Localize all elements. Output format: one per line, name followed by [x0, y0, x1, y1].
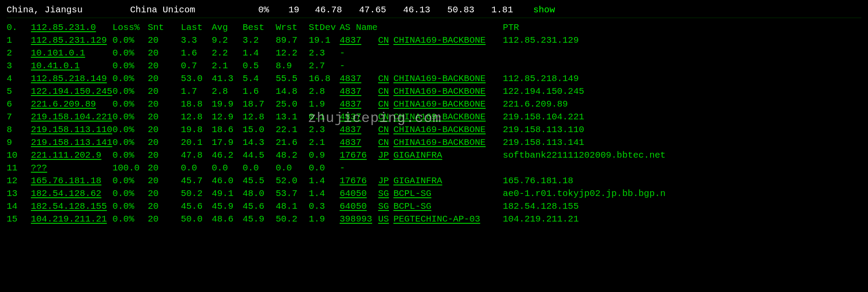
hdr-ip[interactable]: 112.85.231.0 — [31, 21, 112, 34]
hop-cc[interactable]: CN — [378, 74, 389, 84]
hop-asname[interactable]: CHINA169-BACKBONE — [393, 35, 486, 45]
hop-loss: 0.0% — [112, 136, 148, 149]
hop-as[interactable]: 4837 CNCHINA169-BACKBONE — [340, 34, 503, 47]
mtr-hop-row: 310.41.0.10.0%200.72.10.58.92.7- — [7, 59, 868, 72]
hop-ip[interactable]: 219.158.113.110 — [31, 123, 112, 136]
hop-asname[interactable]: GIGAINFRA — [393, 150, 442, 160]
hop-best: 45.9 — [243, 213, 276, 225]
hop-asn[interactable]: 4837 — [340, 34, 373, 47]
hop-stdev: 1.9 — [309, 213, 340, 225]
hop-asn[interactable]: 4837 — [340, 85, 373, 98]
hop-as[interactable]: 4837 CNCHINA169-BACKBONE — [340, 85, 503, 98]
hop-asn[interactable]: 4837 — [340, 136, 373, 149]
hop-asn[interactable]: 4837 — [340, 72, 373, 85]
hop-asname[interactable]: PEGTECHINC-AP-03 — [393, 214, 480, 224]
hop-as[interactable]: 64050 SGBCPL-SG — [340, 200, 503, 213]
hop-asname[interactable]: BCPL-SG — [393, 189, 431, 199]
hop-snt: 20 — [148, 85, 181, 98]
hop-snt: 20 — [148, 149, 181, 162]
hop-as[interactable]: 4837 CNCHINA169-BACKBONE — [340, 136, 503, 149]
hop-best: 12.8 — [243, 111, 276, 123]
hop-asn[interactable]: 4837 — [340, 123, 373, 136]
hop-cc[interactable]: JP — [378, 176, 389, 186]
hop-last: 0.7 — [181, 59, 212, 72]
hop-cc[interactable]: CN — [378, 86, 389, 96]
hop-asname[interactable]: CHINA169-BACKBONE — [393, 99, 486, 109]
hop-stdev: 1.9 — [309, 98, 340, 111]
hop-cc[interactable]: CN — [378, 35, 389, 45]
hop-ip[interactable]: 165.76.181.18 — [31, 174, 112, 187]
hop-as[interactable]: 4837 CNCHINA169-BACKBONE — [340, 111, 503, 123]
hop-ip[interactable]: 10.101.0.1 — [31, 47, 112, 59]
hop-as[interactable]: 17676 JPGIGAINFRA — [340, 149, 503, 162]
hop-asname[interactable]: CHINA169-BACKBONE — [393, 112, 486, 122]
show-link[interactable]: show — [533, 4, 555, 18]
hop-asname[interactable]: CHINA169-BACKBONE — [393, 125, 486, 135]
hop-as[interactable]: 4837 CNCHINA169-BACKBONE — [340, 123, 503, 136]
hop-snt: 20 — [148, 123, 181, 136]
hop-as[interactable]: 398993 USPEGTECHINC-AP-03 — [340, 213, 503, 225]
hop-cc[interactable]: SG — [378, 201, 389, 211]
hop-idx: 6 — [7, 98, 31, 111]
hop-cc[interactable]: SG — [378, 189, 389, 199]
hop-as[interactable]: 64050 SGBCPL-SG — [340, 187, 503, 200]
hop-cc[interactable]: JP — [378, 150, 389, 160]
hop-snt: 20 — [148, 162, 181, 174]
hop-wrst: 25.0 — [276, 98, 309, 111]
hop-ip[interactable]: 219.158.113.141 — [31, 136, 112, 149]
hop-stdev: 2.8 — [309, 85, 340, 98]
hop-asn[interactable]: 398993 — [340, 213, 373, 225]
hop-asname[interactable]: BCPL-SG — [393, 201, 431, 211]
hop-cc[interactable]: CN — [378, 99, 389, 109]
hop-ip[interactable]: ??? — [31, 162, 112, 174]
hop-wrst: 50.2 — [276, 213, 309, 225]
hop-ip[interactable]: 112.85.231.129 — [31, 34, 112, 47]
mtr-hop-row: 11???100.0200.00.00.00.00.0- — [7, 162, 868, 174]
hop-ip[interactable]: 182.54.128.155 — [31, 200, 112, 213]
hop-cc[interactable]: US — [378, 214, 389, 224]
hop-last: 19.8 — [181, 123, 212, 136]
hop-as[interactable]: 17676 JPGIGAINFRA — [340, 174, 503, 187]
hop-last: 0.0 — [181, 162, 212, 174]
hdr-as: AS Name — [340, 21, 503, 34]
hop-ip[interactable]: 221.111.202.9 — [31, 149, 112, 162]
hop-asn[interactable]: 64050 — [340, 187, 373, 200]
hop-asn[interactable]: 17676 — [340, 149, 373, 162]
hop-as[interactable]: 4837 CNCHINA169-BACKBONE — [340, 98, 503, 111]
hop-avg: 2.2 — [212, 47, 243, 59]
hop-asname[interactable]: CHINA169-BACKBONE — [393, 74, 486, 84]
hop-ip[interactable]: 112.85.218.149 — [31, 72, 112, 85]
hop-asname[interactable]: CHINA169-BACKBONE — [393, 86, 486, 96]
hop-ip[interactable]: 104.219.211.21 — [31, 213, 112, 225]
hop-as[interactable]: 4837 CNCHINA169-BACKBONE — [340, 72, 503, 85]
hop-ip[interactable]: 182.54.128.62 — [31, 187, 112, 200]
hop-ip[interactable]: 219.158.104.221 — [31, 111, 112, 123]
hop-asn[interactable]: 17676 — [340, 174, 373, 187]
hop-avg: 12.9 — [212, 111, 243, 123]
hop-cc[interactable]: CN — [378, 125, 389, 135]
hop-asn[interactable]: 4837 — [340, 111, 373, 123]
hop-loss: 0.0% — [112, 98, 148, 111]
hop-asname[interactable]: CHINA169-BACKBONE — [393, 137, 486, 148]
hop-asname[interactable]: GIGAINFRA — [393, 176, 442, 186]
hop-ip[interactable]: 122.194.150.245 — [31, 85, 112, 98]
hop-cc[interactable]: CN — [378, 137, 389, 148]
hop-idx: 1 — [7, 34, 31, 47]
hop-wrst: 14.8 — [276, 85, 309, 98]
hop-loss: 0.0% — [112, 123, 148, 136]
hdr-avg: Avg — [212, 21, 243, 34]
hop-cc[interactable]: CN — [378, 112, 389, 122]
hop-best: 5.4 — [243, 72, 276, 85]
hop-stdev: 2.1 — [309, 136, 340, 149]
hop-stdev: 2.7 — [309, 59, 340, 72]
hop-idx: 8 — [7, 123, 31, 136]
hop-ip[interactable]: 221.6.209.89 — [31, 98, 112, 111]
hop-asn[interactable]: 4837 — [340, 98, 373, 111]
hop-as: - — [340, 47, 503, 59]
hop-snt: 20 — [148, 187, 181, 200]
hdr-loss: Loss% — [112, 21, 148, 34]
hop-ptr: 182.54.128.155 — [503, 200, 579, 213]
hop-idx: 9 — [7, 136, 31, 149]
hop-ip[interactable]: 10.41.0.1 — [31, 59, 112, 72]
hop-asn[interactable]: 64050 — [340, 200, 373, 213]
